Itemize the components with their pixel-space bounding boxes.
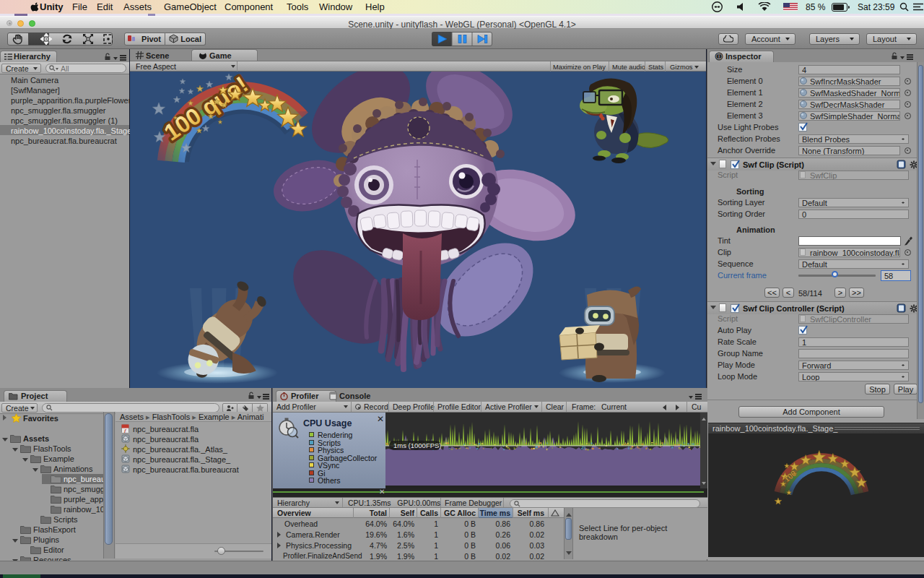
svg-text:1ms (1000FPS): 1ms (1000FPS) [393,441,442,449]
svg-text:ⓘ: ⓘ [716,53,723,60]
